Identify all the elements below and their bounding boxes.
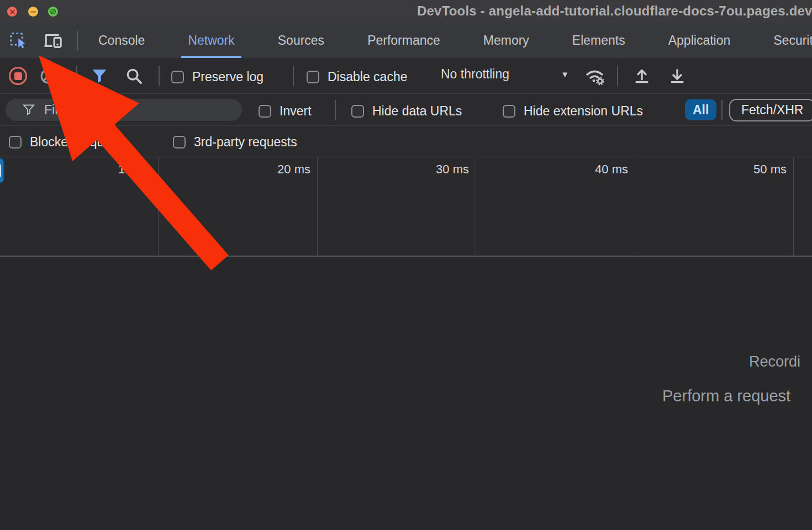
third-party-requests-checkbox[interactable]: 3rd-party requests (173, 135, 297, 150)
minimize-icon (30, 11, 36, 13)
tab-memory[interactable]: Memory (477, 23, 536, 58)
export-har-button[interactable] (666, 66, 688, 86)
network-toolbar: Preserve log Disable cache No throttling… (0, 58, 812, 94)
search-button[interactable] (124, 67, 145, 86)
funnel-outline-icon (22, 104, 35, 116)
devtools-tabbar: Console Network Sources Performance Memo… (0, 23, 812, 58)
checkbox-box (351, 105, 364, 118)
toolbar-separator (335, 100, 336, 120)
checkbox-box (9, 136, 22, 149)
close-window-button[interactable] (7, 7, 17, 17)
titlebar: DevTools - angela-add-tutorial.cloudflar… (0, 0, 812, 23)
request-type-fetch-xhr-chip[interactable]: Fetch/XHR (729, 99, 812, 121)
throttling-value: No throttling (441, 67, 509, 82)
tab-performance-label: Performance (367, 33, 440, 48)
device-toolbar-icon (43, 31, 64, 50)
panel-tabs: Console Network Sources Performance Memo… (0, 23, 812, 58)
throttling-dropdown[interactable]: No throttling ▼ (441, 67, 569, 82)
network-filter-bar: Filter Invert Hide data URLs Hide extens… (0, 94, 812, 126)
stop-record-icon (14, 72, 22, 80)
clear-network-log-button[interactable] (40, 68, 56, 84)
tab-sources-label: Sources (278, 33, 324, 48)
upload-icon (632, 67, 651, 86)
tabbar-separator (77, 31, 78, 51)
tab-console[interactable]: Console (92, 23, 151, 58)
close-icon (10, 9, 15, 14)
tab-security[interactable]: Security (767, 23, 812, 58)
invert-label: Invert (280, 104, 312, 119)
tab-performance[interactable]: Performance (361, 23, 447, 58)
stop-recording-button[interactable] (9, 67, 27, 85)
funnel-icon (91, 68, 108, 84)
tab-application-label: Application (668, 33, 731, 48)
ruler-tick-label: 40 ms (595, 162, 628, 176)
overview-drag-handle[interactable] (0, 158, 4, 183)
filter-input[interactable]: Filter (6, 99, 242, 121)
zoom-window-button[interactable] (48, 7, 58, 17)
tab-elements[interactable]: Elements (566, 23, 632, 58)
preserve-log-checkbox[interactable]: Preserve log (171, 70, 263, 84)
checkbox-box (307, 71, 319, 83)
ruler-tick-cell: 40 ms (476, 157, 635, 256)
request-type-all-chip[interactable]: All (685, 99, 716, 120)
chevron-down-icon: ▼ (561, 70, 569, 79)
tab-application[interactable]: Application (662, 23, 737, 58)
network-conditions-button[interactable] (583, 66, 608, 86)
blocked-requests-label: Blocked requests (30, 135, 127, 150)
tab-network[interactable]: Network (181, 23, 241, 58)
checkbox-box (171, 71, 184, 83)
tab-network-label: Network (188, 33, 234, 48)
inspect-cursor-icon (9, 31, 28, 50)
tab-memory-label: Memory (483, 33, 529, 48)
ruler-tick-cell: 10 ms (0, 157, 159, 256)
disable-cache-label: Disable cache (328, 70, 407, 84)
hide-extension-urls-label: Hide extension URLs (524, 104, 643, 119)
inspect-element-button[interactable] (8, 31, 29, 51)
tab-elements-label: Elements (572, 33, 625, 48)
ruler-tick-label: 10 ms (118, 162, 151, 176)
request-filter-row: Blocked requests 3rd-party requests (0, 126, 812, 157)
preserve-log-label: Preserve log (192, 70, 263, 84)
toolbar-separator (159, 66, 160, 86)
empty-state-recording-text: Recordi (749, 353, 800, 370)
empty-state-hint-text: Perform a request (662, 387, 790, 405)
wifi-gear-icon (584, 67, 607, 86)
ruler-tick-cell: 50 ms (635, 157, 794, 256)
minimize-window-button[interactable] (28, 7, 38, 17)
blocked-requests-checkbox[interactable]: Blocked requests (9, 135, 127, 150)
magnifier-icon (125, 67, 144, 86)
network-overview-ruler[interactable]: 10 ms 20 ms 30 ms 40 ms 50 ms (0, 157, 812, 257)
ruler-tick-label: 50 ms (753, 162, 787, 176)
invert-checkbox[interactable]: Invert (259, 104, 312, 119)
checkbox-box (173, 136, 186, 149)
tab-console-label: Console (98, 33, 145, 48)
requests-panel: Recordi Perform a request (0, 258, 812, 530)
block-circle-icon (40, 68, 56, 84)
hide-extension-urls-checkbox[interactable]: Hide extension URLs (503, 104, 643, 119)
window-title: DevTools - angela-add-tutorial.cloudflar… (417, 3, 812, 19)
ruler-tick-cell: 30 ms (318, 157, 476, 256)
device-toolbar-button[interactable] (41, 31, 65, 51)
hide-data-urls-label: Hide data URLs (372, 104, 462, 119)
ruler-tick-label: 20 ms (277, 162, 310, 176)
toolbar-separator (76, 66, 77, 86)
toolbar-separator (721, 100, 723, 120)
toolbar-separator (293, 66, 294, 86)
toolbar-separator (617, 66, 618, 86)
tab-sources[interactable]: Sources (271, 23, 331, 58)
filter-placeholder: Filter (44, 103, 72, 118)
checkbox-box (503, 105, 515, 118)
filter-toggle-button[interactable] (89, 67, 109, 85)
hide-data-urls-checkbox[interactable]: Hide data URLs (351, 104, 462, 119)
import-har-button[interactable] (631, 66, 653, 86)
tab-security-label: Security (773, 33, 812, 48)
circle-slash-icon (50, 8, 56, 15)
download-icon (668, 67, 687, 86)
third-party-requests-label: 3rd-party requests (194, 135, 297, 150)
devtools-window: DevTools - angela-add-tutorial.cloudflar… (0, 0, 812, 530)
ruler-tick-label: 30 ms (436, 162, 469, 176)
disable-cache-checkbox[interactable]: Disable cache (307, 70, 407, 84)
checkbox-box (259, 105, 271, 118)
ruler-tick-cell: 20 ms (159, 157, 318, 256)
